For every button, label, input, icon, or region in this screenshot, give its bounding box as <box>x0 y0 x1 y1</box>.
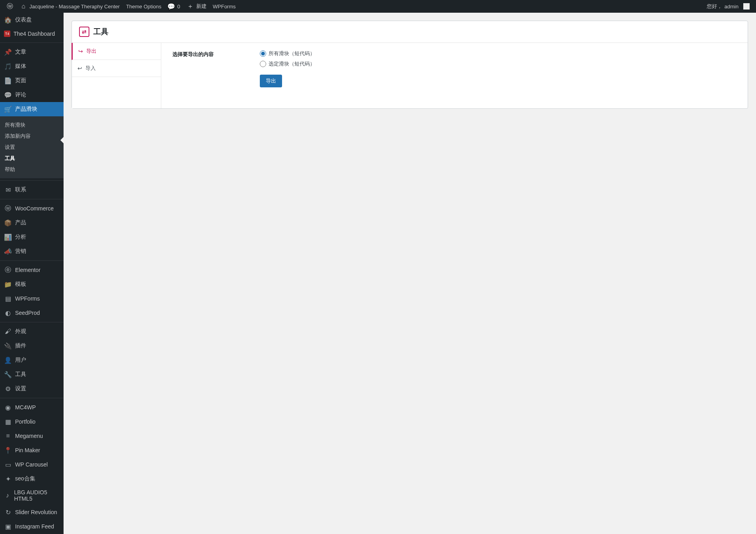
import-icon: ↩ <box>77 65 82 71</box>
comments-count: 0 <box>177 4 180 10</box>
comments-link[interactable]: 💬0 <box>164 0 183 13</box>
tab-export[interactable]: ↪导出 <box>72 43 161 60</box>
comment-icon: 💬 <box>4 91 12 99</box>
the4-icon: T4 <box>4 31 10 37</box>
radio-group: 所有滑块（短代码）选定滑块（短代码）导出 <box>260 50 737 87</box>
user-greeting[interactable]: 您好，admin <box>704 0 753 13</box>
radio-input-0[interactable] <box>260 50 266 57</box>
cart-icon: 🛒 <box>4 105 12 113</box>
sidebar-item-label: 页面 <box>15 77 26 84</box>
card-header: ⇄ 工具 <box>72 21 748 43</box>
admin-bar: ⓦ ⌂Jacqueline - Massage Theraphy Center … <box>0 0 756 13</box>
new-content-link[interactable]: ＋新建 <box>184 0 210 13</box>
plus-icon: ＋ <box>187 2 194 11</box>
export-button[interactable]: 导出 <box>260 75 282 87</box>
page-title: 工具 <box>93 27 108 37</box>
sidebar-item-0[interactable]: 🏠仪表盘 <box>0 13 64 27</box>
radio-label: 选定滑块（短代码） <box>269 60 315 67</box>
site-name: Jacqueline - Massage Theraphy Center <box>29 4 120 10</box>
export-choice-label: 选择要导出的内容 <box>172 50 244 58</box>
submenu: 所有滑块添加新内容设置工具帮助 <box>0 116 64 117</box>
sidebar-item-label: 产品滑块 <box>15 106 37 113</box>
theme-options-link[interactable]: Theme Options <box>123 0 164 13</box>
radio-option-1[interactable]: 选定滑块（短代码） <box>260 60 737 67</box>
tabs-column: ↪导出↩导入 <box>72 43 161 108</box>
sidebar-item-5[interactable]: 💬评论 <box>0 88 64 102</box>
export-icon: ↪ <box>78 48 83 54</box>
wordpress-icon: ⓦ <box>6 2 14 11</box>
sidebar-item-label: The4 Dashboard <box>14 31 55 37</box>
tab-label: 导入 <box>85 65 96 72</box>
content-wrap: ⇄ 工具 ↪导出↩导入 选择要导出的内容 所有滑块（短代码）选定滑块（短代码）导… <box>64 0 756 117</box>
greeting-text: 您好， <box>707 3 722 10</box>
swap-icon: ⇄ <box>79 27 89 37</box>
wpforms-link[interactable]: WPForms <box>210 0 239 13</box>
pin-icon: 📌 <box>4 48 12 56</box>
tab-import[interactable]: ↩导入 <box>72 60 161 77</box>
tab-label: 导出 <box>86 48 97 55</box>
sidebar-item-2[interactable]: 📌文章 <box>0 45 64 59</box>
gauge-icon: 🏠 <box>4 16 12 24</box>
site-name-link[interactable]: ⌂Jacqueline - Massage Theraphy Center <box>17 0 123 13</box>
sidebar-item-label: 仪表盘 <box>15 16 32 23</box>
tools-card: ⇄ 工具 ↪导出↩导入 选择要导出的内容 所有滑块（短代码）选定滑块（短代码）导… <box>72 21 748 109</box>
sidebar-item-label: 评论 <box>15 91 26 98</box>
admin-sidebar: 🏠仪表盘T4The4 Dashboard📌文章🎵媒体📄页面💬评论🛒产品滑块所有滑… <box>0 13 64 117</box>
sidebar-item-4[interactable]: 📄页面 <box>0 73 64 88</box>
radio-option-0[interactable]: 所有滑块（短代码） <box>260 50 737 57</box>
wp-logo[interactable]: ⓦ <box>3 0 17 13</box>
media-icon: 🎵 <box>4 62 12 70</box>
user-avatar <box>743 3 750 10</box>
home-icon: ⌂ <box>20 3 27 10</box>
sidebar-item-label: 媒体 <box>15 63 26 70</box>
form-column: 选择要导出的内容 所有滑块（短代码）选定滑块（短代码）导出 <box>161 43 748 108</box>
page-icon: 📄 <box>4 77 12 85</box>
comment-icon: 💬 <box>168 3 175 10</box>
sidebar-item-3[interactable]: 🎵媒体 <box>0 59 64 73</box>
sidebar-item-6[interactable]: 🛒产品滑块 <box>0 102 64 116</box>
radio-label: 所有滑块（短代码） <box>269 50 315 57</box>
radio-input-1[interactable] <box>260 61 266 67</box>
sidebar-item-1[interactable]: T4The4 Dashboard <box>0 27 64 40</box>
username-text: admin <box>725 4 739 10</box>
sidebar-item-label: 文章 <box>15 48 26 56</box>
